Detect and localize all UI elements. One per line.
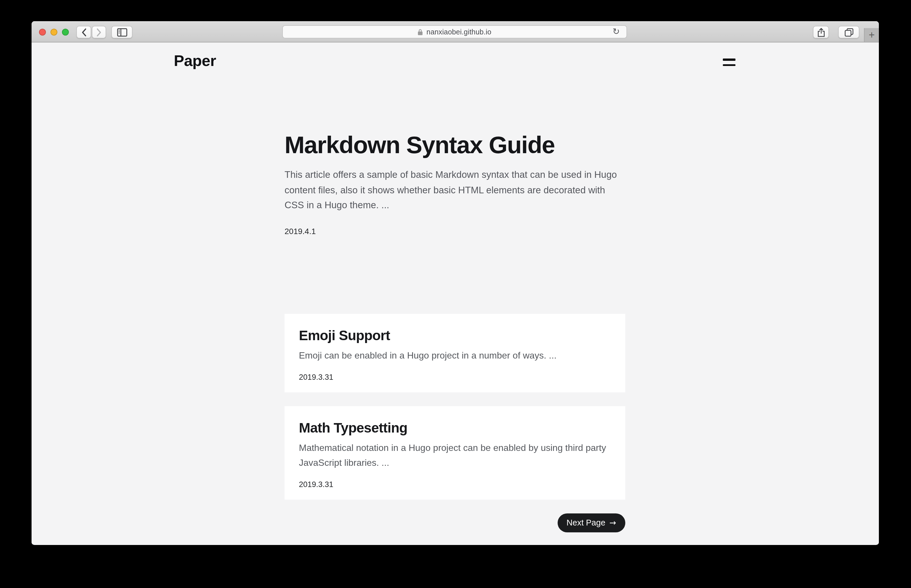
zoom-window-button[interactable] xyxy=(62,29,69,36)
post-date: 2019.3.31 xyxy=(299,479,611,489)
close-window-button[interactable] xyxy=(39,29,46,36)
window-controls xyxy=(39,29,69,36)
post-list: Markdown Syntax Guide This article offer… xyxy=(284,42,625,532)
minimize-window-button[interactable] xyxy=(50,29,57,36)
featured-post-excerpt: This article offers a sample of basic Ma… xyxy=(284,167,625,213)
chevron-right-icon xyxy=(96,28,102,36)
post-excerpt: Emoji can be enabled in a Hugo project i… xyxy=(299,348,611,363)
next-page-label: Next Page xyxy=(567,518,605,527)
post-card: Emoji Support Emoji can be enabled in a … xyxy=(284,313,625,392)
chevron-left-icon xyxy=(81,28,86,36)
new-tab-button[interactable]: + xyxy=(864,28,879,42)
page-content: Paper Markdown Syntax Guide This article… xyxy=(32,42,879,544)
url-text: nanxiaobei.github.io xyxy=(426,28,491,36)
arrow-right-icon: → xyxy=(609,518,616,527)
sidebar-icon xyxy=(117,28,127,36)
next-page-button[interactable]: Next Page → xyxy=(557,513,625,532)
featured-post-date: 2019.4.1 xyxy=(284,225,625,237)
post-excerpt: Mathematical notation in a Hugo project … xyxy=(299,440,611,470)
screen: nanxiaobei.github.io ↻ + Paper xyxy=(0,0,911,588)
post-card: Math Typesetting Mathematical notation i… xyxy=(284,406,625,499)
menu-button[interactable] xyxy=(723,58,735,66)
tabs-icon xyxy=(844,28,853,36)
pagination: Next Page → xyxy=(284,513,625,532)
sidebar-toggle-button[interactable] xyxy=(111,26,132,39)
post-date: 2019.3.31 xyxy=(299,372,611,382)
address-bar[interactable]: nanxiaobei.github.io ↻ xyxy=(282,25,627,39)
featured-post-title[interactable]: Markdown Syntax Guide xyxy=(284,131,625,159)
refresh-button[interactable]: ↻ xyxy=(611,26,622,37)
share-button[interactable] xyxy=(813,26,829,39)
safari-window: nanxiaobei.github.io ↻ + Paper xyxy=(32,21,879,545)
back-button[interactable] xyxy=(76,26,91,39)
post-title[interactable]: Math Typesetting xyxy=(299,419,611,436)
lock-icon xyxy=(418,28,423,35)
browser-toolbar: nanxiaobei.github.io ↻ + xyxy=(32,21,879,42)
forward-button[interactable] xyxy=(92,26,106,39)
post-title[interactable]: Emoji Support xyxy=(299,327,611,343)
site-logo[interactable]: Paper xyxy=(174,52,216,70)
share-icon xyxy=(817,27,825,37)
show-all-tabs-button[interactable] xyxy=(838,26,859,39)
plus-icon: + xyxy=(869,29,875,41)
